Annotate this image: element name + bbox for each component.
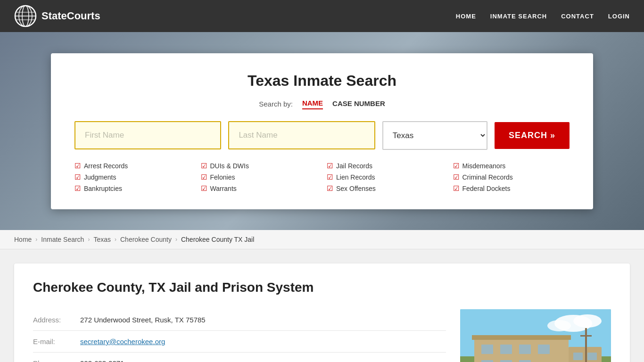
check-bankruptcies: ☑ Bankruptcies xyxy=(74,184,191,193)
header: StateCourts HOME INMATE SEARCH CONTACT L… xyxy=(0,0,644,32)
svg-rect-20 xyxy=(519,360,531,362)
search-title: Texas Inmate Search xyxy=(74,72,570,90)
check-label-federal: Federal Dockets xyxy=(462,185,511,192)
check-label-criminal: Criminal Records xyxy=(462,173,513,181)
facility-title: Cherokee County, TX Jail and Prison Syst… xyxy=(33,280,611,295)
check-icon-duis: ☑ xyxy=(201,162,207,170)
breadcrumb-sep-4: › xyxy=(175,236,177,243)
svg-point-8 xyxy=(573,314,602,328)
info-table: Address: 272 Underwood Street, Rusk, TX … xyxy=(33,309,446,362)
breadcrumb: Home › Inmate Search › Texas › Cherokee … xyxy=(0,230,644,249)
check-icon-sex-offenses: ☑ xyxy=(327,184,333,193)
check-icon-criminal: ☑ xyxy=(453,173,459,181)
svg-rect-19 xyxy=(500,360,512,362)
search-card: Texas Inmate Search Search by: NAME CASE… xyxy=(51,53,593,209)
check-icon-bankruptcies: ☑ xyxy=(74,184,81,193)
check-sex-offenses: ☑ Sex Offenses xyxy=(327,184,444,193)
check-lien-records: ☑ Lien Records xyxy=(327,173,444,181)
check-label-warrants: Warrants xyxy=(210,185,237,192)
check-icon-judgments: ☑ xyxy=(74,173,81,181)
nav-contact[interactable]: CONTACT xyxy=(561,13,594,20)
email-link[interactable]: secretary@cocherokee.org xyxy=(80,337,165,346)
breadcrumb-current: Cherokee County TX Jail xyxy=(181,236,254,243)
info-layout: Address: 272 Underwood Street, Rusk, TX … xyxy=(33,309,611,362)
breadcrumb-home[interactable]: Home xyxy=(14,236,32,243)
last-name-input[interactable] xyxy=(228,121,375,149)
svg-rect-23 xyxy=(573,353,583,360)
phone-value: 903-683-2271 xyxy=(80,359,124,362)
svg-rect-16 xyxy=(519,345,531,354)
nav-login[interactable]: LOGIN xyxy=(608,13,630,20)
check-label-lien: Lien Records xyxy=(336,173,375,181)
facility-image-svg xyxy=(460,309,611,362)
check-misdemeanors: ☑ Misdemeanors xyxy=(453,162,570,170)
logo-icon xyxy=(14,5,37,27)
check-icon-lien: ☑ xyxy=(327,173,333,181)
check-judgments: ☑ Judgments xyxy=(74,173,191,181)
check-label-judgments: Judgments xyxy=(84,173,116,181)
svg-rect-24 xyxy=(587,353,597,360)
breadcrumb-sep-2: › xyxy=(88,236,90,243)
check-warrants: ☑ Warrants xyxy=(201,184,318,193)
check-icon-felonies: ☑ xyxy=(201,173,207,181)
svg-point-9 xyxy=(547,320,571,331)
main-nav: HOME INMATE SEARCH CONTACT LOGIN xyxy=(456,12,630,20)
logo-text: StateCourts xyxy=(41,10,100,22)
email-row: E-mail: secretary@cocherokee.org xyxy=(33,331,446,353)
content-card: Cherokee County, TX Jail and Prison Syst… xyxy=(14,263,630,362)
tab-case-number[interactable]: CASE NUMBER xyxy=(332,99,385,109)
check-label-arrest: Arrest Records xyxy=(84,162,128,170)
svg-rect-28 xyxy=(580,335,592,337)
first-name-input[interactable] xyxy=(74,121,221,149)
check-label-felonies: Felonies xyxy=(210,173,235,181)
check-label-misdemeanors: Misdemeanors xyxy=(462,162,506,170)
svg-rect-27 xyxy=(585,328,587,362)
phone-label: Phone: xyxy=(33,359,80,362)
nav-home[interactable]: HOME xyxy=(456,13,476,20)
check-criminal-records: ☑ Criminal Records xyxy=(453,173,570,181)
check-label-sex-offenses: Sex Offenses xyxy=(336,185,376,192)
search-inputs-row: Texas SEARCH » xyxy=(74,121,570,150)
logo-link[interactable]: StateCourts xyxy=(14,5,100,27)
search-button[interactable]: SEARCH » xyxy=(495,122,570,149)
breadcrumb-texas[interactable]: Texas xyxy=(93,236,111,243)
check-label-duis: DUIs & DWIs xyxy=(210,162,249,170)
check-felonies: ☑ Felonies xyxy=(201,173,318,181)
check-icon-jail: ☑ xyxy=(327,162,333,170)
search-by-row: Search by: NAME CASE NUMBER xyxy=(74,99,570,109)
check-jail-records: ☑ Jail Records xyxy=(327,162,444,170)
svg-rect-14 xyxy=(481,345,493,354)
state-select[interactable]: Texas xyxy=(382,121,487,150)
main-content: Cherokee County, TX Jail and Prison Syst… xyxy=(0,249,644,362)
svg-rect-15 xyxy=(500,345,512,354)
email-label: E-mail: xyxy=(33,337,80,346)
address-label: Address: xyxy=(33,316,80,324)
phone-row: Phone: 903-683-2271 xyxy=(33,353,446,362)
breadcrumb-inmate-search[interactable]: Inmate Search xyxy=(41,236,84,243)
check-icon-arrest: ☑ xyxy=(74,162,81,170)
check-arrest-records: ☑ Arrest Records xyxy=(74,162,191,170)
search-by-label: Search by: xyxy=(259,100,293,108)
check-duis-dwis: ☑ DUIs & DWIs xyxy=(201,162,318,170)
tab-name[interactable]: NAME xyxy=(302,99,323,109)
svg-rect-18 xyxy=(481,360,493,362)
hero-section: Texas Inmate Search Search by: NAME CASE… xyxy=(0,32,644,230)
checkboxes-grid: ☑ Arrest Records ☑ DUIs & DWIs ☑ Jail Re… xyxy=(74,162,570,193)
address-row: Address: 272 Underwood Street, Rusk, TX … xyxy=(33,309,446,331)
check-icon-federal: ☑ xyxy=(453,184,459,193)
facility-image xyxy=(460,309,611,362)
svg-rect-13 xyxy=(472,335,571,340)
check-icon-warrants: ☑ xyxy=(201,184,207,193)
breadcrumb-sep-3: › xyxy=(115,236,116,243)
nav-inmate-search[interactable]: INMATE SEARCH xyxy=(490,13,547,20)
breadcrumb-cherokee-county[interactable]: Cherokee County xyxy=(120,236,172,243)
check-icon-misdemeanors: ☑ xyxy=(453,162,459,170)
check-label-bankruptcies: Bankruptcies xyxy=(84,185,122,192)
address-value: 272 Underwood Street, Rusk, TX 75785 xyxy=(80,316,206,324)
check-federal-dockets: ☑ Federal Dockets xyxy=(453,184,570,193)
svg-rect-17 xyxy=(538,345,550,354)
breadcrumb-sep-1: › xyxy=(35,236,37,243)
check-label-jail: Jail Records xyxy=(336,162,372,170)
